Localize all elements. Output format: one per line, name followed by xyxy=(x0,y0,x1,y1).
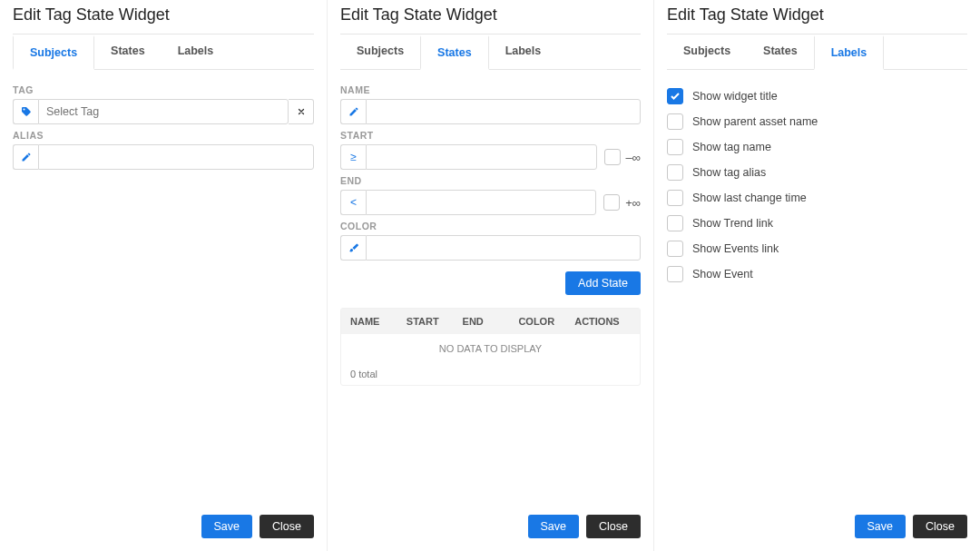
check-show-tag-name: Show tag name xyxy=(667,139,967,155)
states-table: NAME START END COLOR ACTIONS NO DATA TO … xyxy=(340,308,641,386)
close-button[interactable]: Close xyxy=(260,515,314,538)
table-header-row: NAME START END COLOR ACTIONS xyxy=(341,309,640,334)
end-label: END xyxy=(340,175,641,186)
checkbox[interactable] xyxy=(667,190,683,206)
checkbox[interactable] xyxy=(667,266,683,282)
tab-states[interactable]: States xyxy=(94,34,162,69)
alias-label: ALIAS xyxy=(13,130,314,141)
table-total: 0 total xyxy=(341,363,640,385)
state-color-input[interactable] xyxy=(366,235,641,261)
checkbox[interactable] xyxy=(667,113,683,130)
tab-subjects[interactable]: Subjects xyxy=(340,34,420,69)
state-end-input[interactable] xyxy=(366,190,596,215)
minus-infinity-label: –∞ xyxy=(626,151,642,164)
col-actions: ACTIONS xyxy=(574,316,631,327)
pencil-icon xyxy=(13,144,38,170)
checkbox-label: Show tag alias xyxy=(692,166,766,179)
tab-body-states: NAME START ≥ –∞ END < xyxy=(328,70,653,551)
start-unbounded-checkbox[interactable] xyxy=(604,149,621,165)
check-show-parent-asset-name: Show parent asset name xyxy=(667,113,967,130)
tag-icon xyxy=(13,99,38,124)
close-button[interactable]: Close xyxy=(586,515,641,538)
save-button[interactable]: Save xyxy=(201,515,253,538)
checkbox[interactable] xyxy=(667,215,683,231)
tabs: Subjects States Labels xyxy=(667,34,967,70)
checkbox[interactable] xyxy=(667,88,683,104)
tab-subjects[interactable]: Subjects xyxy=(667,34,747,69)
table-empty-message: NO DATA TO DISPLAY xyxy=(341,334,640,363)
col-color: COLOR xyxy=(518,316,574,327)
end-unbounded-checkbox[interactable] xyxy=(603,194,620,211)
col-end: END xyxy=(463,316,519,327)
checkbox-label: Show Event xyxy=(692,268,753,280)
save-button[interactable]: Save xyxy=(528,515,580,538)
checkbox-label: Show Events link xyxy=(692,242,779,255)
lt-icon: < xyxy=(340,190,366,215)
checkbox-label: Show last change time xyxy=(692,192,807,204)
pencil-icon xyxy=(340,99,366,124)
dialog-title: Edit Tag State Widget xyxy=(328,5,653,34)
tabs: Subjects States Labels xyxy=(13,34,314,70)
brush-icon xyxy=(340,235,366,261)
start-label: START xyxy=(340,130,641,141)
clear-tag-button[interactable] xyxy=(289,99,314,124)
checkbox-label: Show tag name xyxy=(692,141,771,153)
tab-states[interactable]: States xyxy=(747,34,814,69)
check-show-widget-title: Show widget title xyxy=(667,88,967,104)
tab-states[interactable]: States xyxy=(420,35,489,70)
color-label: COLOR xyxy=(340,221,641,231)
tab-labels[interactable]: Labels xyxy=(814,35,885,70)
checkbox-label: Show Trend link xyxy=(692,217,773,230)
check-show-trend-link: Show Trend link xyxy=(667,215,967,231)
tabs: Subjects States Labels xyxy=(340,34,641,70)
checkbox-label: Show widget title xyxy=(692,90,778,103)
col-start: START xyxy=(407,316,463,327)
panel-states: Edit Tag State Widget Subjects States La… xyxy=(327,0,653,551)
panel-subjects: Edit Tag State Widget Subjects States La… xyxy=(0,0,327,551)
tag-label: TAG xyxy=(13,84,314,95)
checkbox[interactable] xyxy=(667,164,683,181)
dialog-title: Edit Tag State Widget xyxy=(654,5,980,34)
gte-icon: ≥ xyxy=(340,144,366,170)
checkbox[interactable] xyxy=(667,139,683,155)
tab-subjects[interactable]: Subjects xyxy=(13,35,94,70)
state-name-input[interactable] xyxy=(366,99,641,124)
check-show-event: Show Event xyxy=(667,266,967,282)
close-button[interactable]: Close xyxy=(913,515,967,538)
tab-labels[interactable]: Labels xyxy=(489,34,558,69)
check-show-last-change-time: Show last change time xyxy=(667,190,967,206)
checkbox-label: Show parent asset name xyxy=(692,115,818,128)
add-state-button[interactable]: Add State xyxy=(565,271,641,295)
save-button[interactable]: Save xyxy=(855,515,906,538)
checkbox[interactable] xyxy=(667,241,683,257)
alias-input[interactable] xyxy=(38,144,314,170)
panel-labels: Edit Tag State Widget Subjects States La… xyxy=(653,0,980,551)
check-show-events-link: Show Events link xyxy=(667,241,967,257)
check-show-tag-alias: Show tag alias xyxy=(667,164,967,181)
dialog-title: Edit Tag State Widget xyxy=(0,5,327,34)
state-start-input[interactable] xyxy=(366,144,597,170)
tab-labels[interactable]: Labels xyxy=(162,34,230,69)
plus-infinity-label: +∞ xyxy=(625,196,641,210)
tag-input[interactable] xyxy=(38,99,289,124)
tab-body-subjects: TAG ALIAS xyxy=(0,70,327,551)
tab-body-labels: Show widget title Show parent asset name… xyxy=(654,70,980,551)
col-name: NAME xyxy=(350,316,407,327)
name-label: NAME xyxy=(340,84,641,95)
